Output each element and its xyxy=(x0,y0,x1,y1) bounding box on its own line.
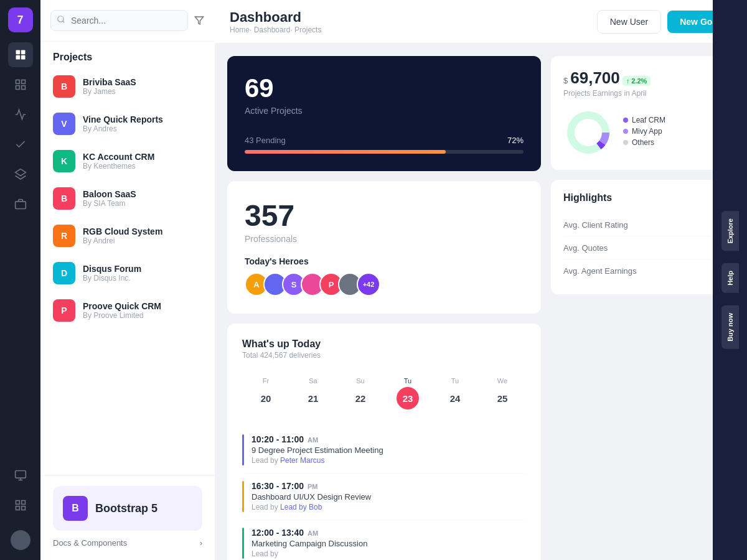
pending-percent: 72% xyxy=(507,136,524,145)
legend-item: Others xyxy=(623,138,726,147)
event-bar xyxy=(242,481,244,512)
cal-day-num: 22 xyxy=(349,387,372,409)
search-input[interactable] xyxy=(50,10,188,31)
project-item-proove[interactable]: P Proove Quick CRM By Proove Limited xyxy=(40,292,215,329)
nav-grid-bottom[interactable] xyxy=(8,493,33,518)
active-projects-card: 69 Active Projects 43 Pending 72% xyxy=(227,56,541,171)
nav-briefcase[interactable] xyxy=(8,192,33,217)
projects-title: Projects xyxy=(40,42,215,68)
help-tab[interactable]: Help xyxy=(721,263,739,293)
project-by: By SIA Team xyxy=(83,199,202,208)
bootstrap-card[interactable]: B Bootstrap 5 xyxy=(53,486,202,531)
project-icon: B xyxy=(53,187,75,210)
project-name: Baloon SaaS xyxy=(83,189,202,199)
project-info: Disqus Forum By Disqus Inc. xyxy=(83,264,202,282)
active-projects-number: 69 xyxy=(245,73,524,103)
bootstrap-icon: B xyxy=(63,496,88,521)
user-avatar-badge[interactable]: 7 xyxy=(8,7,33,32)
calendar-day[interactable]: Sa21 xyxy=(289,372,337,414)
active-projects-label: Active Projects xyxy=(245,106,524,116)
event-lead-link[interactable]: Peter Marcus xyxy=(280,456,324,465)
event-details: 12:00 - 13:40 AM Marketing Campaign Disc… xyxy=(251,528,367,558)
svg-rect-3 xyxy=(21,55,25,60)
nav-monitor[interactable] xyxy=(8,463,33,488)
svg-rect-9 xyxy=(15,202,26,209)
event-details: 10:20 - 11:00 AM 9 Degree Project Estima… xyxy=(251,434,383,465)
event-item: 16:30 - 17:00 PM Dashboard UI/UX Design … xyxy=(242,474,526,520)
icon-bar: 7 xyxy=(0,0,40,560)
avatars-row: ASP+42 xyxy=(245,273,524,296)
project-item-disqus[interactable]: D Disqus Forum By Disqus Inc. xyxy=(40,254,215,292)
project-icon: K xyxy=(53,150,75,172)
svg-rect-5 xyxy=(21,80,25,84)
cal-day-name: Sa xyxy=(309,377,317,385)
project-icon: P xyxy=(53,299,75,322)
docs-link-label: Docs & Components xyxy=(53,538,127,548)
svg-rect-4 xyxy=(16,80,19,84)
project-item-vine[interactable]: V Vine Quick Reports By Andres xyxy=(40,105,215,142)
event-bar xyxy=(242,528,244,559)
filter-button[interactable] xyxy=(193,11,205,30)
earnings-amount: 69,700 xyxy=(570,68,620,88)
project-name: Disqus Forum xyxy=(83,264,202,274)
search-wrap xyxy=(50,10,188,31)
event-time: 16:30 - 17:00 PM xyxy=(251,481,371,491)
highlight-label: Avg. Agent Earnings xyxy=(563,266,637,276)
calendar-day[interactable]: Tu23 xyxy=(384,372,431,414)
content-grid: 69 Active Projects 43 Pending 72% 357 Pr… xyxy=(215,44,747,560)
event-lead-link[interactable]: Lead by Bob xyxy=(280,503,322,511)
whatsup-title: What's up Today xyxy=(242,338,526,350)
svg-rect-6 xyxy=(16,86,19,90)
legend-dot xyxy=(623,129,628,134)
calendar-day[interactable]: Su22 xyxy=(337,372,384,414)
calendar-day[interactable]: We25 xyxy=(479,372,526,414)
svg-rect-7 xyxy=(21,86,25,90)
project-item-rgb[interactable]: R RGB Cloud System By Andrei xyxy=(40,217,215,254)
calendar-day[interactable]: Tu24 xyxy=(431,372,479,414)
legend-item: Leaf CRM xyxy=(623,116,726,124)
docs-link[interactable]: Docs & Components › xyxy=(53,536,202,550)
cal-day-name: Su xyxy=(356,377,364,385)
user-bottom-avatar[interactable] xyxy=(8,528,33,553)
nav-dashboard[interactable] xyxy=(8,42,33,67)
project-item-briviba[interactable]: B Briviba SaaS By James xyxy=(40,68,215,105)
nav-chart[interactable] xyxy=(8,102,33,127)
project-by: By Proove Limited xyxy=(83,311,202,320)
legend-dot xyxy=(623,118,628,123)
whatsup-subtitle: Total 424,567 deliveries xyxy=(242,351,526,360)
project-item-kc[interactable]: K KC Account CRM By Keenthemes xyxy=(40,142,215,180)
nav-grid[interactable] xyxy=(8,72,33,97)
svg-rect-10 xyxy=(15,471,26,478)
calendar-day[interactable]: Fr20 xyxy=(242,372,289,414)
project-item-baloon[interactable]: B Baloon SaaS By SIA Team xyxy=(40,180,215,217)
project-by: By Disqus Inc. xyxy=(83,274,202,282)
event-time: 10:20 - 11:00 AM xyxy=(251,434,383,444)
svg-marker-8 xyxy=(15,169,26,176)
project-icon: B xyxy=(53,75,75,98)
donut-chart xyxy=(563,108,613,157)
right-panel: Explore Help Buy now xyxy=(713,0,747,560)
event-item: 10:20 - 11:00 AM 9 Degree Project Estima… xyxy=(242,427,526,474)
event-name: Dashboard UI/UX Design Review xyxy=(251,492,371,502)
legend-label: Others xyxy=(632,138,654,147)
breadcrumb: Home· Dashboard· Projects xyxy=(230,26,321,34)
project-info: KC Account CRM By Keenthemes xyxy=(83,152,202,170)
project-info: RGB Cloud System By Andrei xyxy=(83,226,202,245)
explore-tab[interactable]: Explore xyxy=(721,211,739,251)
event-ampm: AM xyxy=(308,530,318,537)
event-name: Marketing Campaign Discussion xyxy=(251,539,367,548)
legend-label: Mivy App xyxy=(632,127,662,136)
svg-point-17 xyxy=(58,16,63,22)
bootstrap-title: Bootstrap 5 xyxy=(95,502,157,515)
nav-check[interactable] xyxy=(8,132,33,157)
buy-now-tab[interactable]: Buy now xyxy=(721,306,739,349)
docs-arrow-icon: › xyxy=(200,538,202,548)
cal-day-name: We xyxy=(497,377,507,385)
legend-item: Mivy App xyxy=(623,127,726,136)
svg-rect-0 xyxy=(16,50,20,55)
new-user-button[interactable]: New User xyxy=(597,10,661,34)
topbar-actions: New User New Goal xyxy=(597,10,732,34)
nav-layers[interactable] xyxy=(8,162,33,187)
event-ampm: AM xyxy=(308,436,318,444)
svg-rect-14 xyxy=(21,501,25,505)
